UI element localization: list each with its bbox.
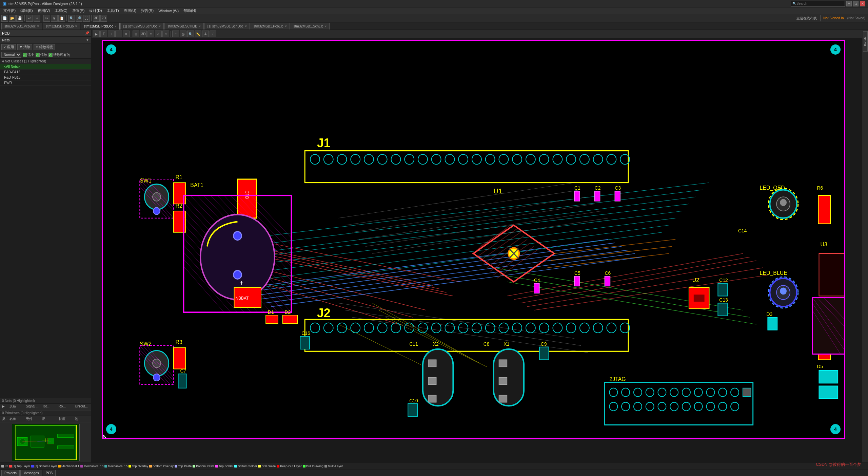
toolbar-copy[interactable]: ⎘ bbox=[51, 15, 58, 22]
close-button[interactable]: ✕ bbox=[860, 1, 865, 6]
toolbar-paste[interactable]: 📋 bbox=[58, 15, 65, 22]
search-input[interactable] bbox=[796, 2, 843, 5]
menu-help[interactable]: 帮助(H) bbox=[181, 7, 198, 14]
pcb-canvas[interactable]: ▶ T + − × ⊞ 3D ≡ ✓ ⚠ ~ ◎ 🔍 📏 A / bbox=[92, 30, 862, 462]
layer-bottom-paste[interactable]: Bottom Paste bbox=[193, 464, 214, 468]
menu-route[interactable]: 布线(U) bbox=[122, 7, 138, 14]
canvas-drc-btn[interactable]: ⚠ bbox=[162, 31, 169, 37]
net-class-all[interactable]: <All Nets> bbox=[0, 64, 91, 70]
mini-map[interactable] bbox=[12, 424, 80, 461]
menu-tools[interactable]: 工具(T) bbox=[105, 7, 121, 14]
toolbar-undo[interactable]: ↩ bbox=[26, 15, 33, 22]
tab-close-7[interactable]: × bbox=[324, 24, 327, 28]
layer-mech1[interactable]: Mechanical 1 bbox=[58, 464, 79, 468]
toolbar-fit[interactable]: ⛶ bbox=[83, 15, 90, 22]
canvas-check-btn[interactable]: ✓ bbox=[155, 31, 162, 37]
menu-place[interactable]: 放置(P) bbox=[70, 7, 87, 14]
layer-drill-guide[interactable]: Drill Guide bbox=[258, 464, 276, 468]
toolbar-open[interactable]: 📂 bbox=[9, 15, 16, 22]
tab-4[interactable]: stm32MSB.SCHLIB × bbox=[164, 23, 204, 30]
canvas-plus-btn[interactable]: + bbox=[108, 31, 115, 37]
tab-2[interactable]: stm32MSB.PcbDoc × bbox=[81, 23, 120, 30]
layer-mech13[interactable]: Mechanical 13 bbox=[80, 464, 103, 468]
layer-mech15[interactable]: Mechanical 15 bbox=[104, 464, 127, 468]
toolbar-new[interactable]: 📄 bbox=[1, 15, 8, 22]
tab-3[interactable]: [1] stm32MSB.SchDoc × bbox=[120, 23, 164, 30]
layer-top-overlay[interactable]: Top Overlay bbox=[129, 464, 148, 468]
show-hidden-checkbox[interactable]: ✓ bbox=[48, 53, 53, 57]
prim-col-name[interactable]: 名称 bbox=[9, 417, 24, 421]
canvas-text-btn[interactable]: A bbox=[202, 31, 209, 37]
tab-close-0[interactable]: × bbox=[37, 24, 39, 28]
tab-projects[interactable]: Projects bbox=[1, 470, 20, 476]
layer-bottom[interactable]: [2] Bottom Layer bbox=[31, 464, 57, 468]
toolbar-cut[interactable]: ✂ bbox=[43, 15, 50, 22]
zoom-checkbox[interactable]: ✓ bbox=[36, 53, 40, 57]
canvas-measure-btn[interactable]: 📏 bbox=[195, 31, 201, 37]
canvas-mul-btn[interactable]: × bbox=[123, 31, 130, 37]
net-class-pwr[interactable]: PWR bbox=[0, 80, 91, 86]
canvas-3d-btn[interactable]: 3D bbox=[140, 31, 147, 37]
toolbar-redo[interactable]: ↪ bbox=[34, 15, 40, 22]
nets-collapse-btn[interactable]: ▼ bbox=[86, 38, 89, 42]
tab-close-1[interactable]: × bbox=[75, 24, 77, 28]
nets-col-ro[interactable]: Ro... bbox=[58, 404, 74, 409]
tab-7[interactable]: stm32MSB1.SchLib × bbox=[291, 23, 330, 30]
menu-file[interactable]: 文件(F) bbox=[1, 7, 18, 14]
canvas-minus-btn[interactable]: − bbox=[115, 31, 122, 37]
canvas-select-btn[interactable]: ▶ bbox=[93, 31, 100, 37]
apply-filter-btn[interactable]: ✓ 应用 bbox=[1, 44, 16, 50]
prim-col-connect[interactable]: 连 bbox=[74, 417, 90, 421]
toolbar-save[interactable]: 💾 bbox=[16, 15, 23, 22]
nets-col-tot[interactable]: Tot... bbox=[41, 404, 57, 409]
panels-btn[interactable]: Panels bbox=[863, 31, 868, 52]
nets-col-unrouted[interactable]: Unrouted (M... bbox=[74, 404, 90, 409]
layer-top-solder[interactable]: Top Solder bbox=[215, 464, 233, 468]
clear-filter-btn[interactable]: ▼ 清除 bbox=[17, 44, 33, 50]
menu-window[interactable]: Window (W) bbox=[156, 8, 181, 14]
minimize-button[interactable]: ─ bbox=[846, 1, 852, 6]
tab-1[interactable]: stm32MSB.PcbLib × bbox=[43, 23, 80, 30]
toolbar-3d[interactable]: 3D bbox=[93, 15, 100, 22]
canvas-rule-btn[interactable]: ≡ bbox=[147, 31, 154, 37]
toolbar-zoom-out[interactable]: 🔎 bbox=[76, 15, 82, 22]
mid-checkbox[interactable]: ✓ bbox=[23, 53, 27, 57]
tab-6[interactable]: stm32MSB1.PcbLib × bbox=[251, 23, 290, 30]
layer-top-paste[interactable]: Top Paste bbox=[175, 464, 192, 468]
nets-col-signal[interactable]: Signal Lengt... bbox=[25, 404, 41, 409]
nets-col-icon[interactable]: ▶ bbox=[1, 404, 8, 409]
menu-view[interactable]: 视图(V) bbox=[36, 7, 52, 14]
tab-messages[interactable]: Messages bbox=[20, 470, 42, 476]
toolbar-zoom-in[interactable]: 🔍 bbox=[68, 15, 75, 22]
normal-select[interactable]: Normal bbox=[1, 52, 21, 58]
layer-l5[interactable]: L5 bbox=[1, 464, 8, 468]
canvas-search-btn[interactable]: 🔍 bbox=[187, 31, 194, 37]
prim-col-type[interactable]: 类型 bbox=[1, 417, 8, 421]
net-class-pad-pa12[interactable]: P&D-PA12 bbox=[0, 70, 91, 75]
zoom-level-btn[interactable]: ⊕ 缩放等级 bbox=[34, 44, 55, 50]
canvas-route-btn[interactable]: T bbox=[100, 31, 107, 37]
prim-col-component[interactable]: 元件 bbox=[25, 417, 41, 421]
layer-bottom-solder[interactable]: Bottom Solder bbox=[234, 464, 257, 468]
menu-design[interactable]: 设计(D) bbox=[87, 7, 104, 14]
layer-bottom-overlay[interactable]: Bottom Overlay bbox=[149, 464, 174, 468]
tab-close-2[interactable]: × bbox=[115, 24, 117, 28]
net-classes-header[interactable]: 4 Net Classes (1 Highlighted) bbox=[0, 59, 91, 64]
prim-col-layer[interactable]: 层 bbox=[41, 417, 57, 421]
pcb-board[interactable]: J1 bbox=[102, 40, 845, 439]
tab-close-3[interactable]: × bbox=[159, 24, 161, 28]
canvas-layer-btn[interactable]: ⊞ bbox=[133, 31, 139, 37]
layer-drill-drawing[interactable]: Drill Drawing bbox=[303, 464, 323, 468]
menu-reports[interactable]: 报告(R) bbox=[139, 7, 156, 14]
menu-edit[interactable]: 编辑(E) bbox=[18, 7, 35, 14]
prim-col-length[interactable]: 长度 bbox=[58, 417, 74, 421]
layer-multilayer[interactable]: Multi-Layer bbox=[324, 464, 343, 468]
canvas-highlight-btn[interactable]: ◎ bbox=[180, 31, 186, 37]
canvas-net-btn[interactable]: ~ bbox=[172, 31, 179, 37]
tab-close-5[interactable]: × bbox=[245, 24, 247, 28]
tab-close-6[interactable]: × bbox=[285, 24, 287, 28]
toolbar-2d[interactable]: 2D bbox=[100, 15, 107, 22]
maximize-button[interactable]: □ bbox=[853, 1, 859, 6]
layer-top[interactable]: [1] Top Layer bbox=[9, 464, 30, 468]
menu-project[interactable]: 工程(C) bbox=[53, 7, 69, 14]
